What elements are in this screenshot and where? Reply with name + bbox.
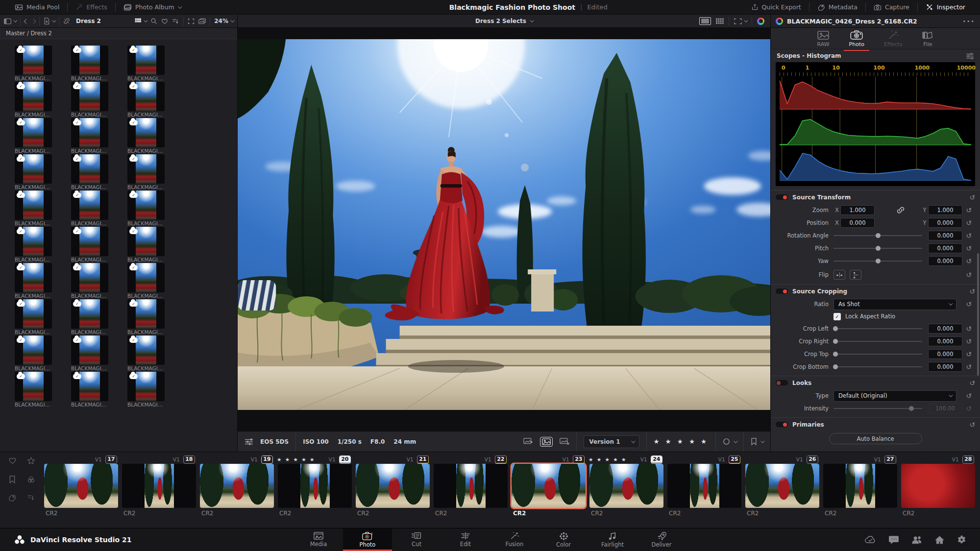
thumbnail-image[interactable]: ✓	[15, 335, 52, 365]
thumbnail-image[interactable]: ✓	[15, 191, 52, 220]
favorites-filter-button[interactable]	[161, 18, 168, 24]
section-source-transform[interactable]: Source Transform ↺	[771, 190, 980, 204]
star-filter-icon[interactable]	[23, 457, 39, 465]
thumbnail-image[interactable]: ✓	[15, 227, 52, 256]
capture-button[interactable]: Capture	[866, 0, 917, 14]
flip-horizontal-button[interactable]: ▸◂	[833, 270, 845, 280]
collection-name[interactable]: Dress 2	[74, 18, 103, 24]
section-source-cropping[interactable]: Source Cropping ↺	[771, 284, 980, 298]
media-thumbnail[interactable]: ✓ BLACKMAGIC_042...	[15, 263, 52, 299]
version-dropdown[interactable]: Version 1	[584, 435, 639, 448]
rotation-angle-slider[interactable]	[833, 235, 922, 236]
media-thumbnail[interactable]: ✓ BLACKMAGIC_042...	[71, 263, 108, 299]
thumbnail-image[interactable]: ✓	[127, 372, 165, 401]
media-thumbnail[interactable]: ✓ BLACKMAGIC_042...	[71, 46, 108, 82]
reset-icon[interactable]: ↺	[966, 338, 972, 345]
media-thumbnail[interactable]: ✓ BLACKMAGIC_042...	[127, 372, 165, 408]
media-thumbnail[interactable]: ✓ BLACKMAGIC_042...	[71, 82, 108, 118]
page-tab-fusion[interactable]: Fusion	[490, 528, 539, 551]
page-tab-media[interactable]: Media	[294, 528, 343, 551]
flip-vertical-button[interactable]: ▾▴	[850, 270, 861, 280]
pitch-input[interactable]: 0.000	[928, 243, 962, 253]
clip-number-badge[interactable]: 17	[105, 455, 117, 464]
media-thumbnail[interactable]: ✓ BLACKMAGIC_042...	[71, 299, 108, 335]
media-thumbnail[interactable]: ✓ BLACKMAGIC_042...	[71, 118, 108, 154]
primaries-toggle[interactable]	[776, 422, 788, 427]
media-thumbnail[interactable]: ✓ BLACKMAGIC_042...	[15, 191, 52, 227]
page-tab-photo[interactable]: Photo	[343, 528, 392, 551]
selects-dropdown[interactable]: Dress 2 Selects	[238, 18, 770, 24]
thumbnail-image[interactable]: ✓	[15, 299, 52, 329]
thumbnail-image[interactable]: ✓	[127, 46, 165, 75]
media-thumbnail[interactable]: ✓ BLACKMAGIC_042...	[127, 82, 165, 118]
import-button[interactable]	[44, 18, 55, 24]
cloud-sync-icon[interactable]	[864, 536, 876, 544]
filmstrip-clip[interactable]: V1 23 ★ ★ ★ ★ ★ CR2	[512, 455, 586, 519]
clip-thumbnail[interactable]	[434, 464, 508, 508]
media-thumbnail[interactable]: ✓ BLACKMAGIC_042...	[127, 335, 165, 372]
clip-thumbnail[interactable]	[200, 464, 274, 508]
zoom-y-input[interactable]: 1.000	[928, 205, 962, 215]
unlink-button[interactable]	[63, 18, 70, 24]
clip-number-badge[interactable]: 25	[729, 455, 740, 464]
crop-left-input[interactable]: 0.000	[928, 324, 962, 334]
media-pool-button[interactable]: Media Pool	[7, 0, 67, 14]
clip-thumbnail[interactable]	[356, 464, 430, 508]
clip-number-badge[interactable]: 24	[651, 455, 662, 464]
clip-number-badge[interactable]: 18	[183, 455, 195, 464]
filmstrip-clip[interactable]: V1 19 ★ ★ ★ ★ ★ CR2	[200, 455, 274, 519]
home-icon[interactable]	[935, 536, 944, 544]
thumbnail-image[interactable]: ✓	[71, 46, 108, 75]
photo-album-button[interactable]: Photo Album	[116, 0, 189, 14]
auto-enhance-icon[interactable]	[757, 18, 764, 25]
clip-thumbnail[interactable]	[667, 464, 741, 508]
media-thumbnail[interactable]: ✓ BLACKMAGIC_042...	[15, 82, 52, 118]
reset-icon[interactable]: ↺	[966, 219, 972, 226]
media-thumbnail[interactable]: ✓ BLACKMAGIC_042...	[71, 335, 108, 372]
yaw-input[interactable]: 0.000	[928, 256, 962, 266]
source-cropping-toggle[interactable]	[776, 288, 788, 294]
inspector-scrollbar[interactable]	[977, 253, 979, 376]
section-reset-icon[interactable]: ↺	[969, 421, 975, 428]
intensity-input[interactable]: 100.00	[928, 404, 962, 413]
sort-filter-icon[interactable]	[23, 494, 39, 502]
intensity-slider[interactable]	[833, 408, 922, 409]
media-thumbnail[interactable]: ✓ BLACKMAGIC_042...	[127, 263, 165, 299]
looks-toggle[interactable]	[776, 380, 788, 385]
more-options-icon[interactable]: •••	[963, 18, 975, 24]
thumbnail-image[interactable]: ✓	[127, 154, 165, 184]
media-thumbnail[interactable]: ✓ BLACKMAGIC_042...	[71, 372, 108, 408]
thumbnail-image[interactable]: ✓	[15, 46, 52, 75]
filmstrip-clip[interactable]: V1 26 CR2	[745, 455, 819, 519]
clip-number-badge[interactable]: 20	[339, 455, 351, 464]
histogram-scope[interactable]: 0110100100010000	[776, 62, 975, 186]
clip-thumbnail[interactable]	[745, 464, 819, 508]
adjustments-icon[interactable]	[245, 438, 253, 446]
media-thumbnail[interactable]: ✓ BLACKMAGIC_042...	[71, 227, 108, 263]
reset-icon[interactable]: ↺	[966, 207, 972, 214]
thumbnail-image[interactable]: ✓	[15, 263, 52, 292]
media-thumbnail[interactable]: ✓ BLACKMAGIC_042...	[127, 118, 165, 154]
filmstrip-clip[interactable]: V1 18 CR2	[122, 455, 196, 519]
reset-icon[interactable]: ↺	[966, 351, 972, 358]
thumbnail-image[interactable]: ✓	[127, 191, 165, 220]
media-thumbnail[interactable]: ✓ BLACKMAGIC_042...	[71, 191, 108, 227]
crop-right-input[interactable]: 0.000	[928, 336, 962, 346]
auto-balance-button[interactable]: Auto Balance	[829, 433, 922, 444]
media-thumbnail[interactable]: ✓ BLACKMAGIC_042...	[127, 46, 165, 82]
tab-photo[interactable]: Photo	[849, 29, 864, 48]
thumbnail-image[interactable]: ✓	[127, 335, 165, 365]
bookmark-dropdown[interactable]	[751, 438, 763, 445]
breadcrumb[interactable]: Master / Dress 2	[0, 28, 237, 39]
link-icon[interactable]	[897, 207, 905, 214]
thumbnail-image[interactable]: ✓	[71, 82, 108, 111]
tab-raw[interactable]: RAW	[817, 30, 830, 48]
thumbnail-image[interactable]: ✓	[71, 227, 108, 256]
tab-file[interactable]: File	[922, 30, 933, 48]
thumbnail-image[interactable]: ✓	[127, 263, 165, 292]
zoom-x-input[interactable]: 1.000	[840, 205, 875, 215]
search-button[interactable]	[150, 18, 157, 24]
quick-export-button[interactable]: Quick Export	[743, 0, 809, 14]
lock-aspect-ratio-checkbox[interactable]: ✓	[833, 313, 841, 320]
section-looks[interactable]: Looks ↺	[771, 376, 980, 389]
